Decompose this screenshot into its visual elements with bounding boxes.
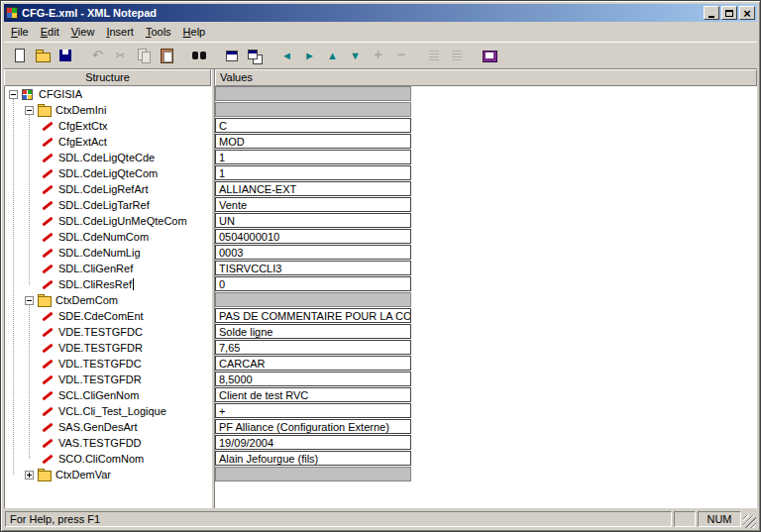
value-cell[interactable]: Vente <box>215 197 411 212</box>
value-cell[interactable]: 1 <box>215 165 411 180</box>
tree-body: CFGISIACtxDemIniCfgExtCtxCfgExtActSDL.Cd… <box>4 86 211 508</box>
tree-item[interactable]: VDE.TESTGFDR <box>5 340 211 356</box>
tree-item[interactable]: VAS.TESTGFDD <box>5 435 211 451</box>
save-button[interactable] <box>54 45 76 66</box>
tree-item[interactable]: SDL.CdeLigQteCom <box>5 165 211 181</box>
container-value-row <box>215 86 411 101</box>
collapse-expander-icon[interactable] <box>25 296 34 305</box>
menu-help[interactable]: Help <box>177 24 212 40</box>
find-icon <box>191 48 207 63</box>
tree-item[interactable]: SDL.CliResRef <box>5 276 211 292</box>
value-cell[interactable]: 0504000010 <box>215 229 411 244</box>
cut-icon <box>113 48 129 63</box>
minimize-button[interactable] <box>704 6 719 20</box>
value-cell[interactable]: Client de test RVC <box>215 387 411 402</box>
menu-insert[interactable]: Insert <box>100 24 140 40</box>
paste-button[interactable] <box>155 45 177 66</box>
help-button[interactable] <box>478 45 500 66</box>
menu-tools[interactable]: Tools <box>140 24 177 40</box>
value-cell[interactable]: Solde ligne <box>215 324 411 339</box>
value-cell[interactable]: + <box>215 403 411 418</box>
root-icon <box>22 89 33 100</box>
tree-item[interactable]: VDL.TESTGFDC <box>5 356 211 372</box>
value-cell[interactable]: MOD <box>215 134 411 149</box>
structure-pane: Structure CFGISIACtxDemIniCfgExtCtxCfgEx… <box>4 69 211 508</box>
tree-item[interactable]: CtxDemVar <box>5 467 211 482</box>
tree-item[interactable]: CFGISIA <box>5 86 211 102</box>
value-cell[interactable]: 19/09/2004 <box>215 435 411 450</box>
value-cell[interactable]: CARCAR <box>215 356 411 371</box>
value-cell[interactable]: 1 <box>215 150 411 164</box>
tree-item[interactable]: CtxDemIni <box>5 102 211 118</box>
move-up-button[interactable] <box>321 45 344 66</box>
tree-item[interactable]: CfgExtCtx <box>5 118 211 134</box>
value-cell[interactable]: Alain Jefourgue (fils) <box>215 451 411 466</box>
attribute-icon <box>41 152 54 164</box>
attribute-icon <box>41 358 54 371</box>
value-cell[interactable]: PAS DE COMMENTAIRE POUR LA CO... <box>215 308 411 323</box>
collapse-all-icon <box>449 48 465 63</box>
tree-item[interactable]: VCL.Cli_Test_Logique <box>5 403 211 419</box>
tree-item[interactable]: SDE.CdeComEnt <box>5 308 211 324</box>
app-icon <box>6 7 18 19</box>
tree-item-label: SAS.GenDesArt <box>58 421 137 433</box>
tree-item[interactable]: SDL.CdeNumCom <box>5 229 211 245</box>
value-cell[interactable]: ALLIANCE-EXT <box>215 181 411 196</box>
tree-item-label: CfgExtAct <box>58 136 107 148</box>
tree-item[interactable]: SDL.CdeLigQteCde <box>5 150 211 165</box>
tree-item[interactable]: SDL.CliGenRef <box>5 261 211 276</box>
value-cell[interactable]: 8,5000 <box>215 372 411 386</box>
insert-sibling-button[interactable] <box>220 45 243 66</box>
find-button[interactable] <box>187 45 210 66</box>
tree-item[interactable]: SDL.CdeLigTarRef <box>5 197 211 213</box>
copy-icon <box>136 48 152 63</box>
menu-view[interactable]: View <box>65 24 101 40</box>
tree-item[interactable]: SDL.CdeLigRefArt <box>5 181 211 197</box>
value-cell[interactable]: UN <box>215 213 411 228</box>
resize-grip[interactable] <box>743 515 756 528</box>
close-button[interactable] <box>739 6 755 20</box>
tree-item-label: VDL.TESTGFDC <box>58 358 142 370</box>
tree-item-label: SDL.CdeLigRefArt <box>58 183 149 195</box>
expand-expander-icon[interactable] <box>25 471 34 479</box>
tree-item[interactable]: CfgExtAct <box>5 134 211 150</box>
minimize-icon <box>708 16 714 18</box>
attribute-icon <box>41 183 54 196</box>
collapse-expander-icon[interactable] <box>25 106 34 115</box>
tree-item[interactable]: VDL.TESTGFDR <box>5 372 211 387</box>
tree-item[interactable]: SDL.CdeLigUnMeQteCom <box>5 213 211 229</box>
minus-icon <box>393 48 409 63</box>
move-down-button[interactable] <box>344 45 367 66</box>
tree-item-label: VDE.TESTGFDC <box>58 326 143 338</box>
attribute-icon <box>41 278 54 291</box>
tree-item-label: VCL.Cli_Test_Logique <box>58 405 166 417</box>
arrow-down-icon <box>348 48 364 63</box>
attribute-icon <box>41 389 54 402</box>
new-icon <box>12 48 28 63</box>
open-button[interactable] <box>31 45 54 66</box>
value-cell[interactable]: 0003 <box>215 245 411 260</box>
demote-button[interactable] <box>298 45 321 66</box>
new-button[interactable] <box>8 45 31 66</box>
collapse-expander-icon[interactable] <box>9 90 18 99</box>
values-body: CMOD11ALLIANCE-EXTVenteUN05040000100003T… <box>215 86 757 508</box>
tree-item-label: VAS.TESTGFDD <box>58 437 142 449</box>
value-cell[interactable]: TISRVCCLI3 <box>215 261 411 275</box>
value-cell[interactable]: 7,65 <box>215 340 411 355</box>
maximize-button[interactable] <box>721 6 737 20</box>
tree-item[interactable]: SCO.CliComNom <box>5 451 211 467</box>
promote-button[interactable] <box>275 45 298 66</box>
insert-child-button[interactable] <box>243 45 266 66</box>
tree-item[interactable]: SDL.CdeNumLig <box>5 245 211 261</box>
tree-item[interactable]: SCL.CliGenNom <box>5 387 211 403</box>
attribute-icon <box>41 421 54 434</box>
value-cell[interactable]: PF Alliance (Configuration Externe) <box>215 419 411 434</box>
tree-item[interactable]: VDE.TESTGFDC <box>5 324 211 340</box>
tree-item-label: SDL.CdeLigQteCde <box>58 152 155 163</box>
tree-item[interactable]: CtxDemCom <box>5 292 211 308</box>
menu-file[interactable]: File <box>5 24 35 40</box>
menu-edit[interactable]: Edit <box>35 24 65 40</box>
value-cell[interactable]: 0 <box>215 276 411 291</box>
tree-item[interactable]: SAS.GenDesArt <box>5 419 211 435</box>
value-cell[interactable]: C <box>215 118 411 133</box>
